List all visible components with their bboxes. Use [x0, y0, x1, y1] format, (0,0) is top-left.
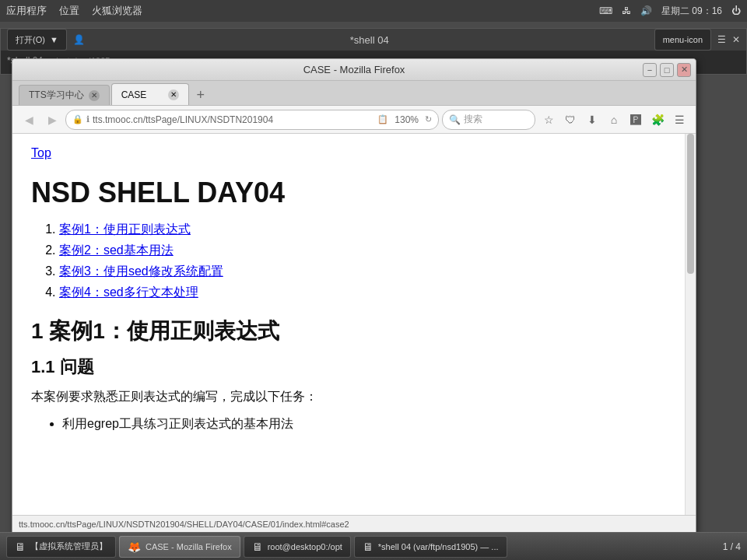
- taskbar-app-firefox[interactable]: 🦊 CASE - Mozilla Firefox: [119, 536, 240, 558]
- open-button[interactable]: 打开(O) ▼: [7, 29, 67, 51]
- menu-button[interactable]: ☰: [669, 110, 689, 130]
- tab-case-label: CASE: [121, 89, 147, 100]
- network-icon: 🖧: [622, 5, 631, 16]
- navbar: ◀ ▶ 🔒 ℹ tts.tmooc.cn/ttsPage/LINUX/NSDTN…: [12, 106, 696, 134]
- status-url: tts.tmooc.cn/ttsPage/LINUX/NSDTN201904/S…: [19, 520, 349, 529]
- firefox-title: CASE - Mozilla Firefox: [303, 64, 405, 75]
- minimize-button[interactable]: −: [643, 63, 657, 77]
- pocket-icon[interactable]: 🅿: [626, 110, 646, 130]
- toc-item-2: 案例2：sed基本用法: [59, 243, 677, 259]
- lock-icon: 🔒: [72, 114, 83, 124]
- tab-tts[interactable]: TTS学习中心 ✕: [19, 85, 110, 105]
- taskbar-app-vm-label: 【虚拟系统管理员】: [30, 541, 107, 552]
- new-tab-button[interactable]: +: [191, 85, 211, 105]
- zoom-level: 130%: [391, 114, 422, 125]
- toc-link-4[interactable]: 案例4：sed多行文本处理: [59, 285, 198, 299]
- toc-item-1: 案例1：使用正则表达式: [59, 222, 677, 238]
- forward-button[interactable]: ▶: [42, 110, 62, 130]
- toc-item-4: 案例4：sed多行文本处理: [59, 285, 677, 301]
- top-taskbar: 应用程序 位置 火狐浏览器 ⌨ 🖧 🔊 星期二 09：16 ⏻: [0, 0, 747, 22]
- subsection1-title: 1.1 问题: [31, 355, 677, 379]
- window-controls: − □ ✕: [643, 63, 691, 77]
- taskbar-app-editor[interactable]: 🖥 *shell 04 (var/ftp/nsd1905) — ...: [354, 536, 507, 558]
- search-placeholder: 搜索: [464, 113, 482, 126]
- editor-icon: 🖥: [363, 541, 374, 553]
- power-icon[interactable]: ⏻: [731, 5, 741, 16]
- top-link[interactable]: Top: [31, 146, 51, 159]
- url-text: tts.tmooc.cn/ttsPage/LINUX/NSDTN201904: [93, 114, 374, 125]
- editor-toolbar: 打开(O) ▼ 👤 *shell 04 menu-icon ☰ ✕: [1, 29, 746, 51]
- toc-item-3: 案例3：使用sed修改系统配置: [59, 264, 677, 280]
- paragraph1: 本案例要求熟悉正则表达式的编写，完成以下任务：: [31, 387, 677, 407]
- app-menu-places[interactable]: 位置: [59, 4, 79, 18]
- page-main-title: NSD SHELL DAY04: [31, 176, 677, 209]
- tab-case-close[interactable]: ✕: [168, 89, 179, 100]
- save-button[interactable]: menu-icon: [654, 29, 711, 51]
- bottom-taskbar: 🖥 【虚拟系统管理员】 🦊 CASE - Mozilla Firefox 🖥 r…: [0, 532, 747, 560]
- close-button[interactable]: ✕: [677, 63, 691, 77]
- section1-title: 1 案例1：使用正则表达式: [31, 317, 677, 346]
- scrollbar[interactable]: [685, 134, 696, 515]
- page-content: Top NSD SHELL DAY04 案例1：使用正则表达式 案例2：sed基…: [12, 134, 696, 515]
- dropdown-arrow: ▼: [50, 35, 58, 44]
- taskbar-app-vm[interactable]: 🖥 【虚拟系统管理员】: [6, 536, 116, 558]
- tab-bar: TTS学习中心 ✕ CASE ✕ +: [12, 81, 696, 106]
- taskbar-app-terminal[interactable]: 🖥 root@desktop0:/opt: [244, 536, 351, 558]
- page-indicator: 1 / 4: [723, 541, 741, 552]
- volume-icon: 🔊: [640, 5, 652, 16]
- tab-tts-close[interactable]: ✕: [89, 90, 100, 101]
- keyboard-icon: ⌨: [599, 5, 612, 16]
- profile-icon: 👤: [73, 34, 85, 45]
- search-bar[interactable]: 🔍 搜索: [442, 110, 535, 130]
- terminal-icon: 🖥: [252, 541, 263, 553]
- download-icon[interactable]: ⬇: [582, 110, 602, 130]
- app-menu-firefox[interactable]: 火狐浏览器: [92, 4, 142, 18]
- toc-link-1[interactable]: 案例1：使用正则表达式: [59, 222, 191, 236]
- bullet-list: 利用egrep工具练习正则表达式的基本用法: [31, 416, 677, 432]
- tab-case[interactable]: CASE ✕: [111, 83, 189, 105]
- address-bar[interactable]: 🔒 ℹ tts.tmooc.cn/ttsPage/LINUX/NSDTN2019…: [65, 110, 439, 130]
- toc-link-2[interactable]: 案例2：sed基本用法: [59, 243, 174, 257]
- bullet-item-1: 利用egrep工具练习正则表达式的基本用法: [62, 416, 677, 432]
- star-icon[interactable]: ☆: [538, 110, 559, 130]
- taskbar-app-terminal-label: root@desktop0:/opt: [268, 542, 342, 551]
- scrollbar-thumb[interactable]: [687, 134, 694, 274]
- firefox-titlebar: CASE - Mozilla Firefox − □ ✕: [12, 59, 696, 81]
- status-bar: tts.tmooc.cn/ttsPage/LINUX/NSDTN201904/S…: [12, 515, 696, 532]
- vm-icon: 🖥: [15, 541, 26, 553]
- close-icon[interactable]: ✕: [732, 34, 740, 45]
- toc-list: 案例1：使用正则表达式 案例2：sed基本用法 案例3：使用sed修改系统配置 …: [31, 222, 677, 301]
- extensions-icon[interactable]: 🧩: [647, 110, 668, 130]
- app-menu-apps[interactable]: 应用程序: [6, 4, 47, 18]
- info-icon: ℹ: [86, 114, 89, 124]
- toc-link-3[interactable]: 案例3：使用sed修改系统配置: [59, 264, 223, 278]
- navbar-icons: ☆ 🛡 ⬇ ⌂ 🅿 🧩 ☰: [538, 110, 689, 130]
- taskbar-app-firefox-label: CASE - Mozilla Firefox: [146, 542, 232, 551]
- firefox-window: CASE - Mozilla Firefox − □ ✕ TTS学习中心 ✕ C…: [12, 58, 696, 533]
- maximize-button[interactable]: □: [660, 63, 674, 77]
- datetime-display: 星期二 09：16: [661, 5, 722, 18]
- home-icon[interactable]: ⌂: [604, 110, 624, 130]
- bookmark-icon: 📋: [377, 114, 388, 124]
- menu-icon[interactable]: ☰: [717, 34, 726, 45]
- tab-tts-label: TTS学习中心: [29, 89, 84, 102]
- taskbar-app-editor-label: *shell 04 (var/ftp/nsd1905) — ...: [378, 542, 499, 551]
- back-button[interactable]: ◀: [19, 110, 39, 130]
- shield-icon[interactable]: 🛡: [560, 110, 580, 130]
- editor-tab-title: *shell 04: [91, 34, 648, 46]
- search-icon: 🔍: [449, 114, 461, 125]
- reload-icon[interactable]: ↻: [425, 114, 432, 124]
- firefox-icon: 🦊: [128, 541, 141, 553]
